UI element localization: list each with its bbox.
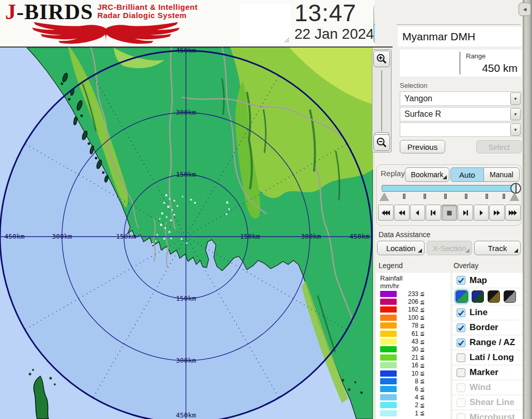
rain-echo xyxy=(177,205,178,207)
radar-map[interactable]: 450km300km150km150km300km450km450km300km… xyxy=(0,48,373,419)
zoom-in-button[interactable] xyxy=(373,51,390,67)
replay-slider-ticks xyxy=(380,193,519,202)
chevron-down-icon[interactable]: ▼ xyxy=(510,92,521,105)
rewind-double-button[interactable] xyxy=(394,205,410,221)
step-first-button[interactable] xyxy=(426,205,441,221)
legend-row: 8≦ xyxy=(380,377,450,385)
checkbox-map[interactable] xyxy=(457,276,465,285)
overlay-panel: MapLineBorderRange / AZLati / LongMarker… xyxy=(452,273,523,419)
range-ring-label: 450km xyxy=(4,232,24,240)
overlay-item-label: Line xyxy=(470,307,488,318)
rain-echo xyxy=(226,213,227,215)
station-name-box: Myanmar DMH xyxy=(398,27,522,46)
slider-end-marker[interactable] xyxy=(510,193,519,201)
play-reverse-button[interactable] xyxy=(410,205,426,221)
legend-suffix: ≦ xyxy=(420,290,425,297)
rain-echo xyxy=(228,208,230,210)
rain-echo xyxy=(190,199,192,200)
legend-row: 10≦ xyxy=(380,369,450,377)
playback-controls xyxy=(378,205,521,221)
range-ring-label: 450km xyxy=(176,48,196,54)
checkbox-border[interactable] xyxy=(457,323,465,332)
legend-row: 61≦ xyxy=(380,330,450,337)
rain-echo xyxy=(186,242,187,244)
range-divider xyxy=(460,52,460,74)
forward-double-button[interactable] xyxy=(489,205,505,221)
rewind-triple-button[interactable] xyxy=(378,205,394,221)
range-ring-label: 450km xyxy=(176,411,196,419)
play-button[interactable] xyxy=(474,205,489,221)
x-section-button[interactable]: X-Section xyxy=(427,241,472,255)
map-style-dark[interactable] xyxy=(472,290,484,303)
panel-splitter[interactable]: ◀ xyxy=(523,0,532,419)
legend-color-swatch xyxy=(380,331,397,337)
replay-timeline-slider[interactable] xyxy=(382,185,517,192)
legend-value: 1 xyxy=(397,410,418,417)
auto-mode-button[interactable]: Auto xyxy=(450,167,484,182)
stop-icon xyxy=(445,210,453,216)
check-icon xyxy=(458,339,464,346)
station-name: Myanmar DMH xyxy=(398,30,475,43)
legend-suffix: ≦ xyxy=(420,330,425,337)
checkbox-range-az[interactable] xyxy=(457,338,465,347)
map-style-olive[interactable] xyxy=(488,290,500,303)
legend-suffix: ≦ xyxy=(420,354,425,361)
site-dropdown[interactable]: Yangon ▼ xyxy=(400,91,522,106)
stop-button[interactable] xyxy=(442,205,457,221)
product-dropdown[interactable]: Surface R ▼ xyxy=(400,107,522,121)
forward-double-icon xyxy=(493,210,501,216)
collapse-panel-button[interactable]: ◀ xyxy=(519,3,531,16)
legend-suffix: ≦ xyxy=(420,322,425,329)
checkbox-line[interactable] xyxy=(457,308,465,317)
legend-suffix: ≦ xyxy=(420,362,425,369)
range-ring-label: 300km xyxy=(176,108,196,116)
legend-value: 233 xyxy=(397,290,418,298)
checkbox-marker[interactable] xyxy=(457,368,465,377)
forward-triple-button[interactable] xyxy=(505,205,521,221)
rain-echo xyxy=(159,218,161,220)
legend-row: 6≦ xyxy=(380,385,450,393)
slider-tick xyxy=(424,194,426,199)
map-style-color[interactable] xyxy=(456,290,468,303)
checkbox-lati-long[interactable] xyxy=(457,353,465,362)
step-last-button[interactable] xyxy=(458,205,473,221)
map-style-gray[interactable] xyxy=(504,290,516,303)
replay-slider-handle[interactable] xyxy=(510,183,521,194)
location-button[interactable]: Location xyxy=(377,241,425,255)
legend-unit: mm/hr xyxy=(380,282,450,290)
legend-color-swatch xyxy=(380,362,397,368)
legend-color-swatch xyxy=(380,315,397,321)
rain-echo xyxy=(163,238,165,240)
legend-value: 30 xyxy=(397,346,418,353)
overlay-row-microburst: Microburst xyxy=(452,410,523,419)
zoom-out-icon xyxy=(376,137,387,148)
overlay-item-label: Shear Line xyxy=(470,397,514,408)
checkbox-microburst xyxy=(457,413,465,419)
slider-end-marker[interactable] xyxy=(380,193,389,201)
resize-grip-icon[interactable] xyxy=(284,37,290,43)
rain-echo xyxy=(161,212,163,214)
legend-value: 61 xyxy=(397,330,418,337)
bookmark-button[interactable]: Bookmark xyxy=(405,167,449,182)
overlay-item-label: Range / AZ xyxy=(470,337,515,348)
time-display: 13:47 xyxy=(294,0,356,27)
zoom-slider-track[interactable] xyxy=(381,70,382,131)
chevron-down-icon[interactable]: ▼ xyxy=(510,108,521,120)
legend-value: 16 xyxy=(397,362,418,369)
map-style-swatches xyxy=(452,288,523,305)
select-button[interactable]: Select xyxy=(476,140,522,153)
data-assistance-label: Data Assistance xyxy=(379,230,430,239)
option-dropdown[interactable]: ▼ xyxy=(400,122,522,137)
legend-row: 78≦ xyxy=(380,322,450,330)
track-button[interactable]: Track xyxy=(474,241,521,255)
previous-button[interactable]: Previous xyxy=(400,140,445,153)
chevron-down-icon[interactable]: ▼ xyxy=(510,123,521,136)
site-dropdown-value: Yangon xyxy=(404,94,432,103)
zoom-out-button[interactable] xyxy=(373,134,390,151)
manual-mode-button[interactable]: Manual xyxy=(483,167,520,182)
legend-title: Rainfall xyxy=(380,274,450,282)
overlay-row-line: Line xyxy=(452,305,523,320)
legend-value: 21 xyxy=(397,354,418,361)
rain-echo xyxy=(167,206,169,208)
legend-value: 2 xyxy=(397,401,418,409)
